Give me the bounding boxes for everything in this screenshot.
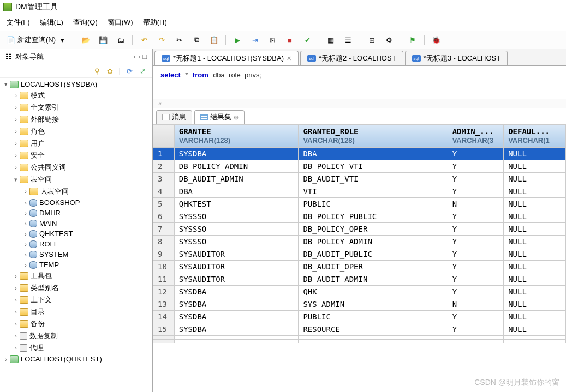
cell[interactable]: SYSDBA — [174, 298, 299, 311]
explain-button[interactable]: ⎘ — [265, 33, 280, 46]
misc-button-2[interactable]: ☰ — [341, 33, 356, 46]
link-icon[interactable]: ⚲ — [93, 67, 102, 75]
menu-file[interactable]: 文件(F) — [2, 15, 34, 29]
tree-item[interactable]: ›外部链接 — [0, 113, 152, 125]
column-header[interactable]: GRANTEEVARCHAR(128) — [174, 125, 299, 148]
cell[interactable]: NULL — [504, 323, 566, 336]
table-row[interactable]: 1SYSDBADBAYNULL — [153, 148, 566, 160]
cell[interactable]: NULL — [504, 298, 566, 311]
new-query-button[interactable]: 📄 新建查询(N) ▾ — [3, 33, 70, 47]
column-header[interactable]: DEFAUL...VARCHAR(1 — [504, 125, 566, 148]
collapse-all-icon[interactable]: ⤢ — [138, 67, 147, 75]
cell[interactable]: Y — [448, 185, 503, 198]
misc-button-4[interactable]: ⚙ — [382, 33, 397, 46]
editor-tab-2[interactable]: sql*无标题2 - LOCALHOST — [300, 51, 403, 65]
debug-button[interactable]: 🐞 — [428, 33, 444, 46]
cell[interactable]: NULL — [504, 198, 566, 210]
table-row[interactable]: 4DBAVTIYNULL — [153, 185, 566, 198]
save-button[interactable]: 💾 — [96, 33, 111, 46]
cell[interactable]: Y — [448, 148, 503, 160]
misc-button-3[interactable]: ⊞ — [364, 33, 379, 46]
cell[interactable]: NULL — [504, 210, 566, 223]
cell[interactable]: DB_POLICY_VTI — [299, 160, 448, 173]
table-row[interactable]: 8SYSSSODB_POLICY_ADMINYNULL — [153, 236, 566, 248]
tree-item[interactable]: ›MAIN — [0, 218, 152, 228]
cell[interactable]: SYSDBA — [174, 286, 299, 298]
cell[interactable]: Y — [448, 273, 503, 286]
result-grid-wrap[interactable]: GRANTEEVARCHAR(128)GRANTED_ROLEVARCHAR(1… — [153, 124, 566, 392]
cell[interactable]: DB_AUDIT_VTI — [299, 173, 448, 185]
cell[interactable]: DB_POLICY_ADMIN — [299, 236, 448, 248]
stop-button[interactable]: ■ — [282, 33, 297, 46]
cell[interactable]: NULL — [504, 148, 566, 160]
tree-item[interactable]: ›上下文 — [0, 294, 152, 306]
cell[interactable]: NULL — [504, 248, 566, 261]
table-row[interactable]: 15SYSDBARESOURCEYNULL — [153, 323, 566, 336]
cell[interactable]: PUBLIC — [299, 311, 448, 323]
cell[interactable]: QHKTEST — [174, 198, 299, 210]
cell[interactable]: SYS_ADMIN — [299, 298, 448, 311]
cell[interactable]: Y — [448, 223, 503, 236]
cell[interactable]: PUBLIC — [299, 198, 448, 210]
tree-item[interactable]: ›代理 — [0, 342, 152, 354]
tree-item[interactable]: ›全文索引 — [0, 101, 152, 113]
table-row[interactable]: 3DB_AUDIT_ADMINDB_AUDIT_VTIYNULL — [153, 173, 566, 185]
result-grid[interactable]: GRANTEEVARCHAR(128)GRANTED_ROLEVARCHAR(1… — [153, 124, 566, 343]
menu-help[interactable]: 帮助(H) — [139, 15, 171, 29]
table-row[interactable]: 11SYSAUDITORDB_AUDIT_ADMINYNULL — [153, 273, 566, 286]
editor-tab-3[interactable]: sql*无标题3 - LOCALHOST — [405, 51, 508, 65]
tree-item[interactable]: ›SYSTEM — [0, 249, 152, 260]
table-row[interactable]: 12SYSDBAQHKYNULL — [153, 286, 566, 298]
cell[interactable]: DB_POLICY_PUBLIC — [299, 210, 448, 223]
refresh-icon[interactable]: ⟳ — [125, 67, 134, 75]
cell[interactable]: Y — [448, 286, 503, 298]
cell[interactable]: DB_POLICY_ADMIN — [174, 160, 299, 173]
cell[interactable]: Y — [448, 323, 503, 336]
tree-item[interactable]: ›安全 — [0, 149, 152, 161]
cell[interactable]: Y — [448, 173, 503, 185]
cell[interactable]: NULL — [504, 173, 566, 185]
cell[interactable]: DB_AUDIT_OPER — [299, 261, 448, 273]
table-row[interactable]: 13SYSDBASYS_ADMINNNULL — [153, 298, 566, 311]
tree-item[interactable]: ›QHKTEST — [0, 228, 152, 239]
cell[interactable]: NULL — [504, 160, 566, 173]
table-row[interactable]: 6SYSSSODB_POLICY_PUBLICYNULL — [153, 210, 566, 223]
cell[interactable]: SYSAUDITOR — [174, 248, 299, 261]
cell[interactable]: NULL — [504, 311, 566, 323]
object-tree[interactable]: ▾LOCALHOST(SYSDBA)›模式›全文索引›外部链接›角色›用户›安全… — [0, 78, 152, 392]
cell[interactable]: NULL — [504, 185, 566, 198]
open-button[interactable]: 📂 — [78, 33, 93, 46]
cell[interactable]: Y — [448, 248, 503, 261]
cell[interactable]: Y — [448, 311, 503, 323]
cell[interactable]: DBA — [299, 148, 448, 160]
cell[interactable]: DBA — [174, 185, 299, 198]
table-row[interactable]: 7SYSSSODB_POLICY_OPERYNULL — [153, 223, 566, 236]
close-icon[interactable]: ⊗ — [234, 114, 239, 121]
tree-item[interactable]: ›角色 — [0, 125, 152, 137]
misc-button-1[interactable]: ▦ — [323, 33, 338, 46]
redo-button[interactable]: ↷ — [154, 33, 169, 46]
table-row[interactable]: 14SYSDBAPUBLICYNULL — [153, 311, 566, 323]
menu-edit[interactable]: 编辑(E) — [35, 15, 68, 29]
menu-window[interactable]: 窗口(W) — [103, 15, 138, 29]
table-row[interactable]: 5QHKTESTPUBLICNNULL — [153, 198, 566, 210]
message-tab[interactable]: 消息 — [156, 110, 192, 124]
close-pane-button[interactable]: □ — [141, 51, 148, 62]
copy-button[interactable]: ⧉ — [189, 33, 204, 46]
tree-root-qhktest[interactable]: ›LOCALHOST(QHKTEST) — [0, 354, 152, 364]
misc-button-5[interactable]: ⚑ — [405, 33, 420, 46]
editor-tab-1[interactable]: sql*无标题1 - LOCALHOST(SYSDBA)✕ — [154, 51, 299, 65]
cell[interactable]: Y — [448, 261, 503, 273]
save-all-button[interactable]: 🗂 — [113, 33, 128, 46]
tree-item[interactable]: ›BOOKSHOP — [0, 197, 152, 208]
cell[interactable]: N — [448, 298, 503, 311]
cell[interactable]: NULL — [504, 236, 566, 248]
cell[interactable]: SYSSSO — [174, 223, 299, 236]
tree-item[interactable]: ›用户 — [0, 137, 152, 149]
cell[interactable]: QHK — [299, 286, 448, 298]
tree-item[interactable]: ›大表空间 — [0, 185, 152, 197]
filter-icon[interactable]: ✿ — [106, 67, 115, 75]
tree-item[interactable]: ›公共同义词 — [0, 161, 152, 173]
tree-tablespace[interactable]: ▾表空间 — [0, 173, 152, 185]
tree-item[interactable]: ›工具包 — [0, 270, 152, 282]
